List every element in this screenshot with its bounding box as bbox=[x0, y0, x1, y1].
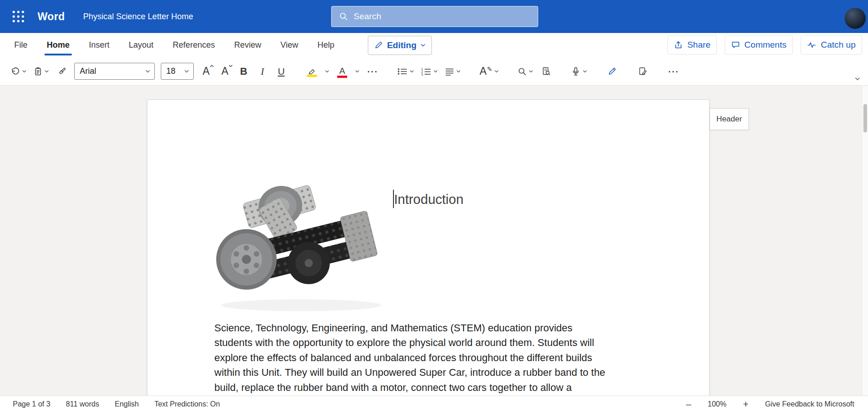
waffle-grid-icon bbox=[11, 10, 25, 23]
comments-button[interactable]: Comments bbox=[725, 35, 793, 55]
font-color-button[interactable]: A bbox=[334, 61, 350, 82]
more-font-options-button[interactable]: ⋯ bbox=[364, 61, 381, 82]
search-input[interactable] bbox=[354, 11, 530, 22]
alignment-button[interactable] bbox=[442, 61, 463, 82]
font-name-select[interactable]: Arial bbox=[74, 63, 155, 80]
zoom-in-button[interactable]: + bbox=[743, 399, 748, 409]
search-box[interactable] bbox=[331, 6, 538, 27]
tab-view[interactable]: View bbox=[271, 33, 308, 57]
scrollbar-thumb[interactable] bbox=[863, 104, 867, 132]
font-size-value: 18 bbox=[166, 66, 175, 76]
catch-up-button[interactable]: Catch up bbox=[801, 35, 862, 55]
tab-references[interactable]: References bbox=[163, 33, 224, 57]
numbered-list-icon: 1 2 3 bbox=[421, 67, 431, 76]
shrink-font-letter: A bbox=[221, 66, 228, 77]
status-bar: Page 1 of 3 811 words English Text Predi… bbox=[0, 396, 868, 412]
dictate-button[interactable] bbox=[568, 61, 590, 82]
app-topbar: Word Physical Science Letter Home bbox=[0, 0, 868, 33]
language[interactable]: English bbox=[115, 400, 138, 408]
body-line[interactable]: within this Unit. They will build an Unp… bbox=[214, 365, 672, 380]
editing-mode-button[interactable]: Editing bbox=[368, 36, 432, 55]
chevron-down-icon bbox=[145, 70, 150, 73]
share-button[interactable]: Share bbox=[667, 35, 717, 55]
editing-mode-label: Editing bbox=[387, 40, 416, 50]
zoom-level[interactable]: 100% bbox=[708, 400, 726, 408]
tab-home[interactable]: Home bbox=[37, 33, 79, 57]
avatar[interactable] bbox=[845, 8, 866, 29]
bullet-list-icon bbox=[397, 67, 408, 76]
document-page[interactable]: Introduction Science, Technology, Engine… bbox=[147, 99, 710, 396]
chevron-down-icon bbox=[529, 70, 533, 73]
body-line[interactable]: explore the effects of balanced and unba… bbox=[214, 351, 672, 365]
collapse-ribbon-button[interactable] bbox=[852, 74, 863, 83]
page-count[interactable]: Page 1 of 3 bbox=[13, 400, 50, 408]
text-highlight-button[interactable] bbox=[304, 61, 320, 82]
italic-button[interactable]: I bbox=[254, 61, 271, 82]
chevron-down-icon bbox=[433, 70, 438, 73]
pulse-icon bbox=[807, 40, 817, 49]
ribbon-toolbar: Arial 18 A A B I U A ⋯ bbox=[0, 57, 868, 86]
highlight-dropdown[interactable] bbox=[322, 61, 332, 82]
body-line[interactable]: students with the opportunity to explore… bbox=[214, 335, 672, 350]
chevron-down-icon bbox=[456, 70, 461, 73]
tab-layout[interactable]: Layout bbox=[119, 33, 163, 57]
navigation-pane-button[interactable] bbox=[538, 61, 554, 82]
document-title[interactable]: Physical Science Letter Home bbox=[83, 12, 193, 22]
share-label: Share bbox=[687, 40, 710, 50]
bold-button[interactable]: B bbox=[235, 61, 252, 82]
shrink-font-button[interactable]: A bbox=[217, 61, 233, 82]
comments-label: Comments bbox=[744, 40, 786, 50]
undo-button[interactable] bbox=[8, 61, 29, 82]
format-painter-icon bbox=[57, 66, 67, 76]
document-body[interactable]: Science, Technology, Engineering, and Ma… bbox=[214, 321, 672, 395]
find-button[interactable] bbox=[515, 61, 535, 82]
app-name[interactable]: Word bbox=[38, 11, 65, 23]
text-predictions[interactable]: Text Predictions: On bbox=[154, 400, 220, 408]
grow-font-button[interactable]: A bbox=[198, 61, 214, 82]
tab-insert[interactable]: Insert bbox=[79, 33, 119, 57]
underline-button[interactable]: U bbox=[273, 61, 289, 82]
app-launcher-icon[interactable] bbox=[9, 7, 27, 26]
chevron-down-icon bbox=[583, 70, 587, 73]
font-color-dropdown[interactable] bbox=[353, 61, 362, 82]
body-line[interactable]: build, replace the rubber band with a mo… bbox=[214, 380, 672, 395]
chevron-down-icon bbox=[420, 44, 426, 47]
vertical-scrollbar[interactable] bbox=[862, 86, 868, 396]
editor-pen-icon bbox=[607, 66, 617, 76]
styles-letter: A bbox=[480, 66, 486, 77]
chevron-down-icon bbox=[229, 65, 233, 67]
designer-icon bbox=[638, 66, 648, 76]
highlight-color-swatch bbox=[307, 75, 317, 77]
header-tab-button[interactable]: Header bbox=[710, 108, 749, 130]
font-color-swatch bbox=[337, 76, 347, 78]
catch-up-label: Catch up bbox=[821, 40, 856, 50]
microphone-icon bbox=[571, 66, 581, 77]
feedback-link[interactable]: Give Feedback to Microsoft bbox=[765, 400, 854, 408]
numbering-button[interactable]: 1 2 3 bbox=[419, 61, 440, 82]
undo-icon bbox=[11, 67, 20, 76]
body-line[interactable]: Science, Technology, Engineering, and Ma… bbox=[214, 321, 672, 335]
ribbon-right-actions: Share Comments Catch up bbox=[667, 35, 862, 55]
font-name-value: Arial bbox=[80, 66, 96, 76]
editor-button[interactable] bbox=[604, 61, 620, 82]
chevron-down-icon bbox=[325, 70, 329, 73]
ribbon-tab-bar: File Home Insert Layout References Revie… bbox=[0, 33, 868, 57]
paste-button[interactable] bbox=[31, 61, 51, 82]
chevron-down-icon bbox=[44, 70, 49, 73]
tab-help[interactable]: Help bbox=[308, 33, 344, 57]
more-commands-button[interactable]: ⋯ bbox=[665, 61, 682, 82]
styles-button[interactable]: A ✎ bbox=[477, 61, 501, 82]
tab-review[interactable]: Review bbox=[224, 33, 271, 57]
chevron-down-icon bbox=[855, 77, 860, 81]
word-count[interactable]: 811 words bbox=[66, 400, 99, 408]
format-painter-button[interactable] bbox=[54, 61, 70, 82]
font-size-select[interactable]: 18 bbox=[161, 63, 194, 80]
pencil-icon bbox=[374, 41, 383, 49]
zoom-out-button[interactable]: – bbox=[686, 399, 691, 409]
bullets-button[interactable] bbox=[395, 61, 416, 82]
tab-file[interactable]: File bbox=[5, 33, 37, 57]
designer-button[interactable] bbox=[634, 61, 651, 82]
document-heading[interactable]: Introduction bbox=[147, 190, 709, 209]
magnifier-icon bbox=[518, 67, 527, 76]
heading-text: Introduction bbox=[394, 192, 464, 207]
